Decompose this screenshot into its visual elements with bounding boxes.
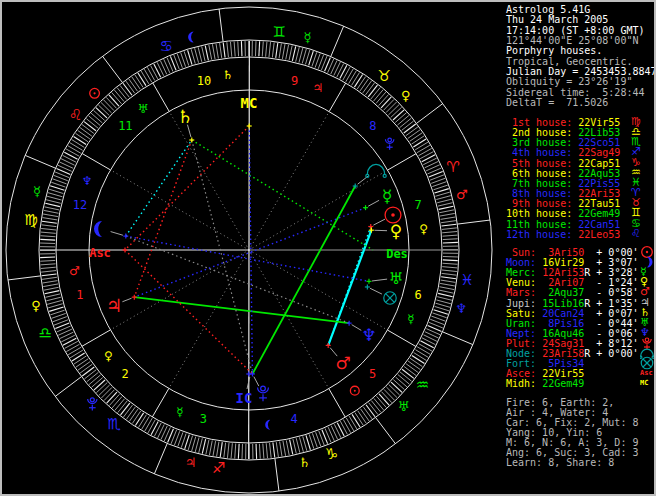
house-sign-icon: ♌ [631, 229, 641, 239]
info-panel: Astrolog 5.41GThu 24 March 200517:14:00 … [2, 2, 656, 496]
house-label: 12th house: [506, 229, 578, 240]
house-cusp-value: 22Leo53 [578, 229, 620, 240]
stat-line-text: Learn: 8, Share: 8 [506, 457, 614, 468]
retrograde-flag [584, 378, 590, 389]
header-line-text: Julian Day = 2453453.8847 [506, 66, 656, 77]
header-line-text: 17:14:00 (ST +8:00 GMT) [506, 25, 644, 36]
header-line-text: Astrolog 5.41G [506, 4, 590, 15]
planet-position-value: 22Gem49 [542, 378, 584, 389]
stat-line: Learn: 8, Share: 8 [506, 458, 614, 468]
planet-icon: Asc [640, 368, 653, 378]
astrolog-window: ♈♂♉♀♊☿♋♌♍☿♎♀♏♐♃♑♄♒♅♓♆1♂2♀3☿456☿7♀89♃10♄1… [0, 0, 656, 496]
planet-label: Midh: [506, 378, 542, 389]
header-line-text: Porphyry houses. [506, 45, 602, 56]
header-line-text: 121°44'00"E 25°08'00"N [506, 35, 638, 46]
path [647, 257, 653, 268]
planet-icon: MC [640, 378, 648, 388]
planet-velocity: + 0°00' [590, 348, 638, 359]
circle [646, 251, 648, 253]
planet-icon [641, 357, 653, 369]
planet-icon [647, 257, 653, 268]
header-line-text: DeltaT = 71.5026 [506, 97, 608, 108]
house-row: 12th house: 22Leo53 [506, 230, 620, 240]
circle [645, 338, 649, 342]
path [641, 349, 653, 356]
header-line: DeltaT = 71.5026 [506, 98, 608, 108]
header-line-text: Thu 24 March 2005 [506, 14, 608, 25]
header-line-text: Sidereal time: 5:28:44 [506, 87, 644, 98]
header-line-text: Obliquity = 23°26'19" [506, 76, 632, 87]
header-line-text: Tropical, Geocentric. [506, 56, 632, 67]
planet-row: Midh: 22Gem49 [506, 379, 590, 389]
